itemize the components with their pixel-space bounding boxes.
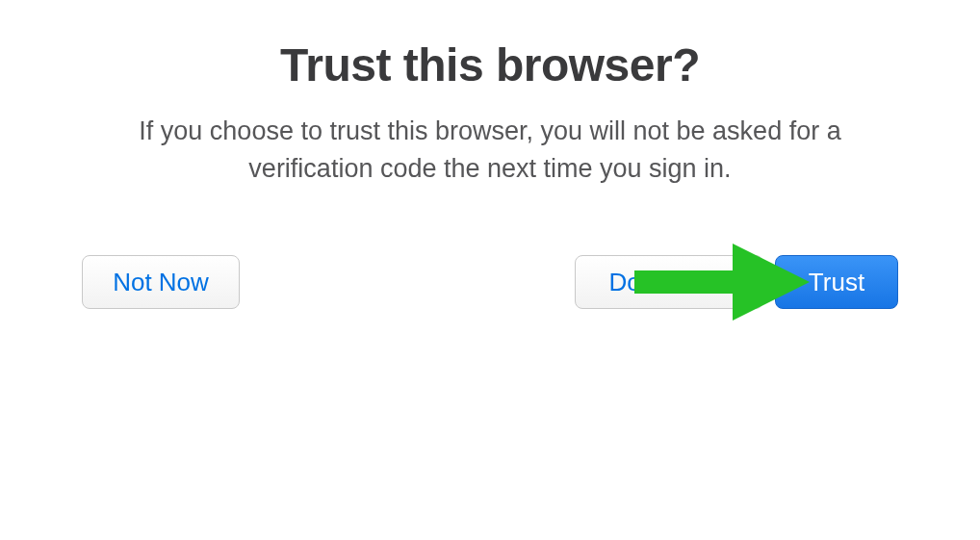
not-now-button[interactable]: Not Now [82, 255, 240, 309]
dont-trust-button[interactable]: Don't Trust [575, 255, 763, 309]
trust-browser-dialog: Trust this browser? If you choose to tru… [0, 0, 980, 309]
button-row: Not Now Don't Trust Trust [72, 255, 908, 309]
dialog-title: Trust this browser? [72, 39, 908, 91]
trust-button[interactable]: Trust [775, 255, 898, 309]
dialog-description: If you choose to trust this browser, you… [72, 113, 908, 188]
button-group-right: Don't Trust Trust [575, 255, 898, 309]
